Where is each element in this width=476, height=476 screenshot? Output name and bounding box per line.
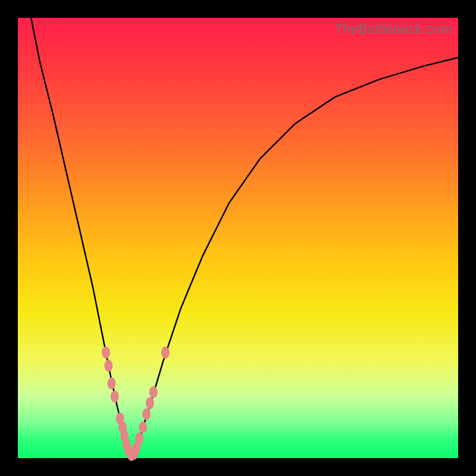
plot-area: TheBottleneck.com: [18, 18, 458, 458]
curve-marker: [135, 433, 143, 444]
curve-marker: [104, 360, 112, 372]
bottleneck-curve-svg: [18, 18, 458, 458]
curve-marker: [111, 390, 119, 402]
curve-marker: [102, 346, 110, 358]
curve-marker: [161, 346, 170, 358]
curve-marker: [142, 408, 151, 420]
curve-marker: [146, 397, 154, 409]
curve-markers: [102, 346, 170, 461]
curve-marker: [139, 421, 147, 433]
curve-marker: [108, 377, 116, 389]
chart-frame: TheBottleneck.com: [0, 0, 476, 476]
bottleneck-curve: [31, 18, 458, 456]
curve-marker: [149, 386, 158, 398]
